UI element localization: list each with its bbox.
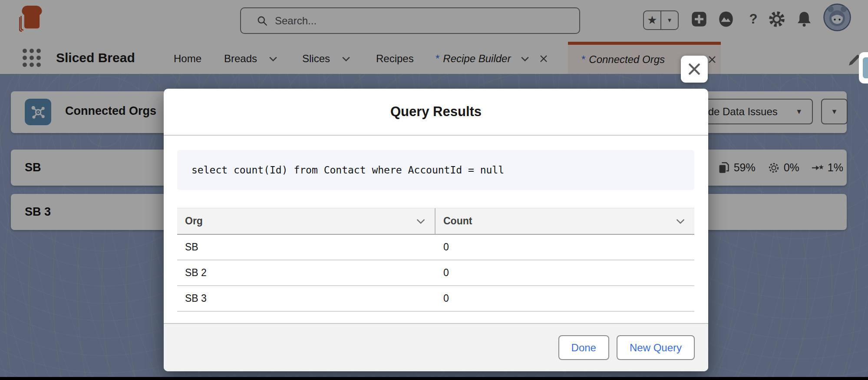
table-row: SB 0	[177, 235, 694, 260]
table-header-row: Org Count	[177, 208, 694, 235]
query-results-table: Org Count SB 0 SB 2 0 SB 3 0	[177, 208, 694, 312]
modal-close-button[interactable]	[681, 56, 708, 83]
column-header-count[interactable]: Count	[436, 208, 694, 234]
modal-title: Query Results	[390, 104, 482, 120]
right-edge-docked-panel[interactable]	[859, 52, 868, 83]
close-icon	[687, 62, 701, 76]
chevron-down-icon	[416, 218, 426, 224]
modal-header: Query Results	[164, 89, 708, 136]
done-button[interactable]: Done	[558, 335, 609, 360]
modal-footer: Done New Query	[164, 323, 708, 371]
docked-panel-chip	[863, 57, 868, 78]
screen-bottom-edge	[0, 377, 868, 380]
query-results-modal: Query Results select count(Id) from Cont…	[164, 89, 708, 371]
chevron-down-icon	[675, 218, 686, 224]
column-header-org[interactable]: Org	[177, 208, 436, 234]
table-row: SB 2 0	[177, 260, 694, 286]
screen: ★ ▼ ?	[0, 0, 868, 380]
new-query-button[interactable]: New Query	[617, 335, 695, 360]
soql-query-display: select count(Id) from Contact where Acco…	[177, 150, 694, 190]
table-row: SB 3 0	[177, 286, 694, 312]
